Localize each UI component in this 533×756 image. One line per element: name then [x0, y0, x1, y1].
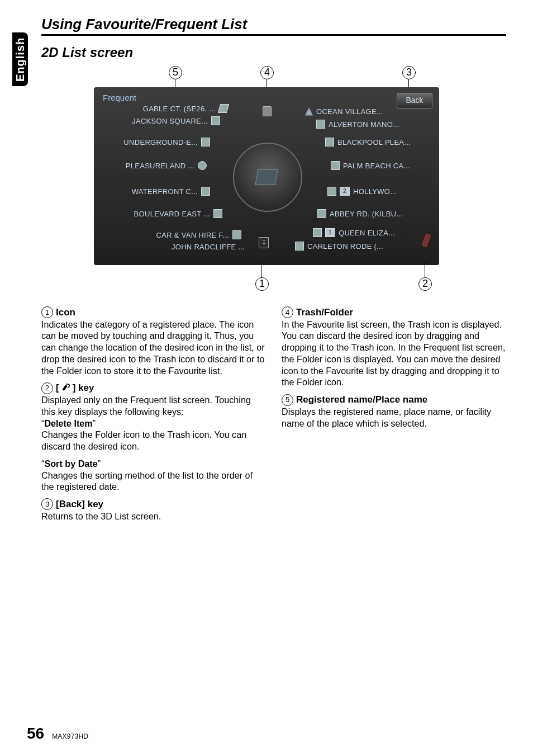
walk-icon — [295, 242, 304, 251]
bag-icon — [211, 116, 220, 125]
title-rule — [41, 34, 506, 36]
list-item[interactable]: ALVERTON MANO... — [316, 120, 399, 129]
list-item[interactable]: CARLETON RODE (... — [295, 242, 383, 251]
list-label: PLEASURELAND ... — [126, 162, 194, 170]
sort-by-date-label: Sort by Date — [44, 459, 97, 469]
flag2-icon — [317, 209, 326, 218]
entry-5-title: Registered name/Place name — [296, 394, 427, 406]
flag-icon — [218, 104, 229, 113]
leader-2 — [425, 262, 425, 277]
list-item[interactable]: JACKSON SQUARE... — [108, 116, 220, 125]
list-label: GABLE CT. (SE26, ... — [143, 105, 216, 113]
trash-icon[interactable] — [263, 106, 272, 116]
callout-5: 5 — [169, 66, 182, 79]
list-label: ALVERTON MANO... — [329, 120, 399, 129]
list-label: ABBEY RD. (KILBU... — [330, 210, 403, 218]
entry-5-body: Displays the registered name, place name… — [282, 406, 506, 429]
list-item[interactable]: BLACKPOOL PLEA... — [325, 138, 411, 147]
screen-title: Frequent — [103, 93, 136, 102]
list-label: PALM BEACH CA... — [343, 162, 410, 170]
entry-1-title: Icon — [56, 306, 75, 319]
wrench-icon — [62, 384, 70, 392]
delete-item-label: Delete Item — [44, 418, 92, 428]
rank-badge: 2 — [340, 187, 350, 196]
device-screenshot: Frequent Back GABLE CT. (SE26, ... JACKS… — [94, 87, 439, 265]
list-label: OCEAN VILLAGE... — [316, 107, 383, 116]
entry-2-body-b: Changes the Folder icon to the Trash ico… — [41, 429, 266, 452]
list-item[interactable]: 1QUEEN ELIZA... — [313, 228, 395, 237]
entry-4-body: In the Favourite list screen, the Trash … — [282, 319, 506, 388]
callout-row-top: 5 4 3 — [94, 66, 439, 87]
list-label: CARLETON RODE (... — [307, 242, 383, 251]
list-item[interactable]: UNDERGROUND-E... — [98, 138, 210, 147]
car2-icon — [327, 187, 336, 196]
entry-1-head: 1 Icon — [41, 306, 266, 319]
entry-4-title: Trash/Folder — [296, 306, 353, 319]
palm-icon — [331, 161, 340, 170]
callout-row-bottom: 1 2 — [94, 265, 439, 291]
car3-icon — [313, 228, 322, 237]
list-label: JOHN RADCLIFFE ... — [172, 243, 245, 251]
wrench-button[interactable] — [419, 231, 435, 251]
entry-2-bracket-close: ] key — [73, 382, 94, 394]
circ-2: 2 — [41, 382, 53, 394]
list-item[interactable]: WATERFRONT C... — [99, 187, 210, 196]
callout-4: 4 — [260, 66, 274, 79]
entry-3-body: Returns to the 3D List screen. — [41, 511, 266, 522]
callout-2: 2 — [418, 277, 432, 291]
model-code: MAX973HD — [52, 733, 88, 740]
list-item[interactable]: BOULEVARD EAST ... — [103, 209, 222, 218]
entry-4-head: 4 Trash/Folder — [282, 306, 506, 319]
entry-1-body: Indicates the category of a registered p… — [41, 319, 266, 377]
entry-5-head: 5 Registered name/Place name — [282, 394, 506, 406]
back-button[interactable]: Back — [397, 93, 432, 108]
ferris-icon — [198, 161, 207, 170]
list-item[interactable]: PALM BEACH CA... — [331, 161, 410, 170]
list-item[interactable]: 2HOLLYWO... — [327, 187, 397, 196]
list-item[interactable]: ABBEY RD. (KILBU... — [317, 209, 403, 218]
entry-2-body-a: Displayed only on the Frequent list scre… — [41, 394, 266, 417]
list-label: BOULEVARD EAST ... — [134, 210, 210, 218]
page: English Using Favourite/Frequent List 2D… — [0, 0, 533, 756]
car-icon — [232, 230, 241, 239]
column-right: 4 Trash/Folder In the Favourite list scr… — [282, 303, 506, 528]
circ-1: 1 — [41, 306, 53, 318]
circ-3: 3 — [41, 498, 53, 510]
list-label: JACKSON SQUARE... — [132, 117, 208, 125]
entry-3-head: 3 [Back] key — [41, 498, 266, 511]
list-label: BLACKPOOL PLEA... — [337, 138, 411, 147]
entry-2-bracket-open: [ — [56, 382, 59, 394]
anchor-icon — [201, 187, 210, 196]
circ-4: 4 — [282, 306, 293, 318]
list-item[interactable]: CAR & VAN HIRE F... — [117, 230, 241, 239]
list-label: HOLLYWO... — [353, 187, 397, 196]
callout-3: 3 — [402, 66, 416, 79]
list-item[interactable]: JOHN RADCLIFFE ... — [143, 243, 245, 251]
list-item[interactable]: GABLE CT. (SE26, ... — [108, 104, 228, 113]
list-item[interactable]: PLEASURELAND ... — [95, 161, 207, 170]
list-item[interactable]: OCEAN VILLAGE... — [305, 107, 383, 116]
page-number: 56 — [27, 725, 44, 743]
subheading: 2D List screen — [41, 45, 506, 60]
center-preview — [233, 143, 302, 212]
list-label: UNDERGROUND-E... — [123, 138, 198, 147]
entry-2-body-c: Changes the sorting method of the list t… — [41, 470, 266, 493]
screenshot-block: 5 4 3 Frequent Back GABLE CT. (SE26, ...… — [94, 66, 439, 291]
rank-badge: 1 — [325, 228, 335, 237]
list-label: CAR & VAN HIRE F... — [156, 231, 229, 239]
camera-icon — [316, 120, 325, 129]
train-icon — [201, 138, 210, 147]
column-left: 1 Icon Indicates the category of a regis… — [41, 303, 266, 528]
callout-1: 1 — [255, 277, 269, 291]
language-tab: English — [12, 32, 28, 86]
folder-icon[interactable]: ↧ — [259, 237, 269, 248]
entry-3-title: [Back] key — [56, 498, 103, 511]
body-columns: 1 Icon Indicates the category of a regis… — [41, 303, 506, 528]
page-footer: 56 MAX973HD — [27, 725, 88, 743]
info-icon — [325, 138, 334, 147]
triangle-icon — [305, 108, 313, 116]
home-icon — [213, 209, 222, 218]
list-label: WATERFRONT C... — [132, 187, 198, 196]
section-title: Using Favourite/Frequent List — [41, 16, 506, 33]
leader-1 — [261, 262, 262, 277]
